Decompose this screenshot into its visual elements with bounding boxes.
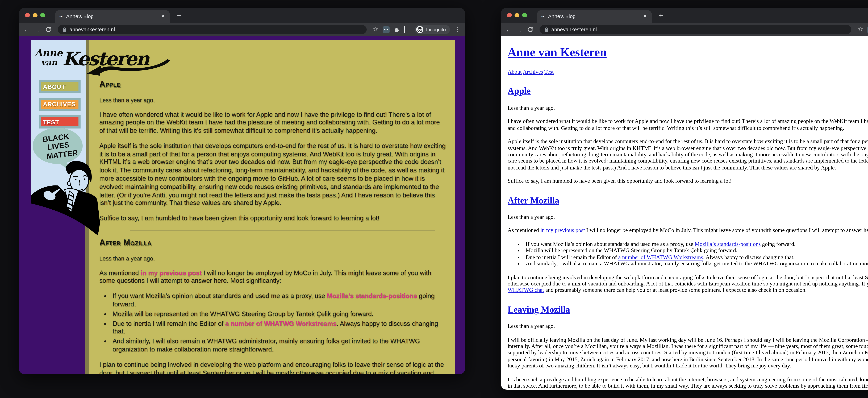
post-heading-apple: Apple [99, 79, 446, 90]
paragraph: I plan to continue being involved in dev… [99, 361, 446, 374]
close-window-button[interactable] [507, 13, 512, 18]
tab-favicon-icon: ~ [59, 13, 63, 19]
whatwg-chat-link[interactable]: WHATWG chat [507, 287, 544, 293]
site-title-link[interactable]: Anne van Kesteren [507, 45, 607, 59]
list-item: Due to inertia I will remain the Editor … [526, 254, 868, 261]
back-icon[interactable]: ← [24, 26, 30, 33]
tab-annes-blog[interactable]: ~ Anne's Blog × [55, 10, 170, 23]
window-controls [507, 13, 527, 18]
browser-menu-icon[interactable]: ⋮ [454, 26, 460, 33]
nav-links: About Archives Test [507, 69, 868, 75]
apple-post-link[interactable]: Apple [507, 86, 531, 96]
comic-man [31, 161, 100, 236]
paragraph: Apple itself is the sole institution tha… [99, 143, 446, 208]
styled-content-column: Apple Less than a year ago. I have often… [85, 39, 455, 374]
post-heading-after-mozilla: After Mozilla [99, 238, 446, 248]
browser-toolbar: ← → annevankesteren.nl ☆ ••• Incognito ⋮ [19, 23, 465, 36]
tab-title: Anne's Blog [548, 13, 640, 20]
list-item: And similarly, I will also remain a WHAT… [526, 261, 868, 267]
paragraph: I have often wondered what it would be l… [507, 118, 868, 131]
back-icon[interactable]: ← [505, 26, 512, 33]
answers-list: If you want Mozilla’s opinion about stan… [507, 241, 868, 267]
post-age: Less than a year ago. [507, 214, 868, 220]
tab-favicon-icon: ~ [541, 13, 545, 19]
nav-link-archives[interactable]: Archives [523, 69, 543, 75]
desktop: ~ Anne's Blog × + ← → annevankesteren.nl… [0, 0, 868, 398]
sidebar-item-archives[interactable]: Archives [39, 98, 81, 111]
after-mozilla-post-link[interactable]: After Mozilla [507, 195, 559, 205]
tab-close-icon[interactable]: × [161, 13, 165, 20]
post-age: Less than a year ago. [507, 105, 868, 112]
incognito-label: Incognito [426, 27, 446, 32]
address-bar[interactable]: annevankesteren.nl [58, 25, 367, 34]
nav-link-about[interactable]: About [507, 69, 522, 75]
new-tab-button[interactable]: + [177, 11, 181, 19]
zoom-window-button[interactable] [40, 13, 45, 18]
incognito-badge[interactable]: Incognito [414, 25, 450, 34]
post-heading-apple: Apple [507, 87, 868, 96]
site-logo[interactable]: Anne van Kesteren [33, 42, 176, 76]
minimize-window-button[interactable] [33, 13, 37, 18]
previous-post-link[interactable]: in my previous post [141, 269, 202, 276]
leaving-mozilla-post-link[interactable]: Leaving Mozilla [507, 304, 570, 314]
lock-icon [545, 27, 549, 32]
list-item: And similarly, I will also remain a WHAT… [113, 338, 446, 354]
paragraph: Suffice to say, I am humbled to have bee… [507, 178, 868, 185]
sidebar-nav: About Archives Test [39, 80, 81, 128]
side-panel-icon[interactable] [404, 26, 410, 33]
toolbar-icons: ☆ ••• Incognito ⋮ [858, 25, 868, 34]
list-item: Mozilla will be represented on the WHATW… [526, 247, 868, 254]
reload-icon[interactable] [45, 26, 51, 33]
zoom-window-button[interactable] [522, 13, 527, 18]
tab-close-icon[interactable]: × [643, 13, 647, 20]
sidebar-item-test[interactable]: Test [39, 115, 81, 128]
logo-word-anne: Anne [35, 47, 63, 59]
paragraph: I have often wondered what it would be l… [99, 111, 446, 135]
blm-illustration: BLACK LIVES MATTER [31, 127, 102, 238]
logo-word-kesteren: Kesteren [62, 48, 150, 70]
paragraph: I plan to continue being involved in dev… [507, 274, 868, 294]
extensions-puzzle-icon[interactable] [394, 26, 400, 33]
whatwg-workstreams-link[interactable]: a number of WHATWG Workstreams [225, 320, 336, 327]
whatwg-workstreams-link[interactable]: a number of WHATWG Workstreams [618, 254, 703, 260]
address-bar[interactable]: annevankesteren.nl [539, 25, 851, 34]
standards-positions-link[interactable]: Mozilla’s standards-positions [327, 293, 417, 300]
browser-window-unstyled: ~ Anne's Blog × + ← → annevankesteren.nl… [501, 8, 868, 390]
list-item: If you want Mozilla’s opinion about stan… [526, 241, 868, 248]
lock-icon [62, 27, 67, 32]
tab-annes-blog[interactable]: ~ Anne's Blog × [536, 10, 652, 23]
paragraph: Suffice to say, I am humbled to have bee… [99, 215, 446, 223]
page-title: Anne van Kesteren [507, 46, 868, 59]
post-age: Less than a year ago. [507, 323, 868, 330]
bookmark-star-icon[interactable]: ☆ [858, 26, 863, 33]
unstyled-page: Anne van Kesteren About Archives Test Ap… [501, 36, 868, 390]
post-heading-leaving-mozilla: Leaving Mozilla [507, 305, 868, 315]
incognito-spy-icon [416, 26, 424, 33]
sidebar-item-about[interactable]: About [39, 80, 81, 93]
browser-window-styled: ~ Anne's Blog × + ← → annevankesteren.nl… [19, 8, 465, 374]
post-divider [130, 230, 435, 231]
password-extension-icon[interactable]: ••• [383, 26, 390, 33]
post-age: Less than a year ago. [99, 96, 446, 104]
paragraph: I will be officially leaving Mozilla on … [507, 337, 868, 369]
previous-post-link[interactable]: in my previous post [540, 227, 585, 234]
list-item: Mozilla will be represented on the WHATW… [113, 310, 446, 318]
reload-icon[interactable] [527, 26, 533, 33]
styled-page: Apple Less than a year ago. I have often… [19, 36, 465, 374]
minimize-window-button[interactable] [515, 13, 519, 18]
list-item: If you want Mozilla’s opinion about stan… [113, 293, 446, 309]
nav-link-test[interactable]: Test [545, 69, 554, 75]
logo-word-van: van [41, 58, 58, 67]
tab-strip: ~ Anne's Blog × + [19, 8, 465, 23]
paragraph: As mentioned in my previous post I will … [99, 269, 446, 285]
forward-icon[interactable]: → [34, 26, 41, 33]
paragraph: Apple itself is the sole institution tha… [507, 139, 868, 171]
tab-strip: ~ Anne's Blog × + [501, 8, 868, 23]
standards-positions-link[interactable]: Mozilla’s standards-positions [695, 241, 761, 247]
url-text: annevankesteren.nl [69, 26, 115, 33]
new-tab-button[interactable]: + [659, 11, 663, 19]
close-window-button[interactable] [25, 13, 30, 18]
bookmark-star-icon[interactable]: ☆ [373, 26, 378, 33]
forward-icon[interactable]: → [516, 26, 523, 33]
password-extension-icon[interactable]: ••• [867, 26, 868, 33]
